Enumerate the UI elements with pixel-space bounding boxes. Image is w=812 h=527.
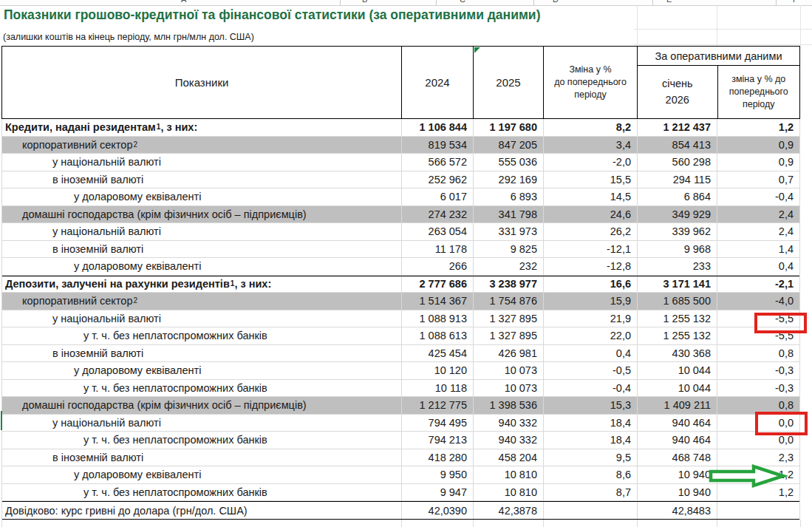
row-label-cell[interactable]: корпоративний сектор2 [2,137,401,154]
value-cell[interactable]: 10 073 [473,362,543,379]
value-cell[interactable]: 24,6 [543,206,637,223]
header-jan-change-pct[interactable]: зміна у % до попереднього періоду [717,66,800,118]
value-cell[interactable]: 418 280 [401,449,473,466]
value-cell[interactable]: 1 255 132 [637,327,717,344]
value-cell[interactable]: 3 238 977 [473,276,543,293]
value-cell[interactable]: 2 777 686 [401,276,473,293]
value-cell[interactable]: 1 255 132 [637,310,717,327]
value-cell[interactable]: 21,9 [543,310,637,327]
value-cell[interactable]: 8,7 [543,484,637,501]
column-letter[interactable]: B [362,0,367,4]
value-cell[interactable]: 10 073 [473,380,543,397]
row-label-cell[interactable]: у доларовому еквіваленті [2,466,401,483]
value-cell[interactable]: 266 [401,258,473,275]
value-cell[interactable]: 252 962 [401,171,473,188]
value-cell[interactable]: 42,0390 [401,502,473,519]
value-cell[interactable]: 42,3878 [473,502,543,519]
value-cell[interactable]: 854 413 [637,137,717,154]
header-2024[interactable]: 2024 [401,47,473,118]
value-cell[interactable]: 1 088 613 [401,327,473,344]
value-cell[interactable]: -0,3 [717,362,799,379]
value-cell[interactable]: 232 [473,258,543,275]
value-cell[interactable]: 15,5 [543,171,637,188]
value-cell[interactable]: -12,1 [543,241,637,258]
row-label-cell[interactable]: у національній валюті [2,223,401,240]
value-cell[interactable]: 9,5 [543,449,637,466]
value-cell[interactable]: 16,6 [543,276,637,293]
value-cell[interactable]: 940 464 [637,415,717,432]
row-label-cell[interactable]: в іноземній валюті [2,241,401,258]
value-cell[interactable]: 10 940 [637,484,717,501]
row-label-cell[interactable]: у т. ч. без неплатоспроможних банків [2,380,401,397]
value-cell[interactable]: -0,3 [717,380,799,397]
row-label-cell[interactable]: у т. ч. без неплатоспроможних банків [2,484,401,501]
value-cell[interactable]: 9 968 [637,241,717,258]
value-cell[interactable]: 1 685 500 [637,293,717,310]
row-label-cell[interactable]: у національній валюті [2,310,401,327]
row-label-cell[interactable]: домашні господарства (крім фізичних осіб… [2,206,401,223]
value-cell[interactable]: 26,2 [543,223,637,240]
value-cell[interactable]: 794 495 [401,415,473,432]
value-cell[interactable]: 292 169 [473,171,543,188]
value-cell[interactable]: 0,4 [543,345,637,362]
row-label-cell[interactable]: у т. ч. без неплатоспроможних банків [2,327,401,344]
value-cell[interactable]: 1 409 211 [637,397,717,414]
value-cell[interactable]: 8,2 [543,119,637,136]
value-cell[interactable]: 1 212 437 [637,119,717,136]
value-cell[interactable]: 458 204 [473,449,543,466]
row-label-cell[interactable]: у національній валюті [2,415,401,432]
row-label-cell[interactable]: Кредити, надані резидентам1, з них: [2,119,401,136]
value-cell[interactable]: 10 044 [637,380,717,397]
value-cell[interactable]: 22,0 [543,327,637,344]
value-cell[interactable]: 0,7 [717,171,799,188]
value-cell[interactable]: 10 940 [637,466,717,483]
value-cell[interactable]: 10 810 [473,484,543,501]
value-cell[interactable]: 10 810 [473,466,543,483]
row-label-cell[interactable]: в іноземній валюті [2,449,401,466]
value-cell[interactable]: 430 368 [637,345,717,362]
row-label-cell[interactable]: Депозити, залучені на рахунки резидентів… [2,276,401,293]
row-label-cell[interactable]: в іноземній валюті [2,171,401,188]
value-cell[interactable]: 560 298 [637,154,717,171]
value-cell[interactable]: 8,6 [543,466,637,483]
value-cell[interactable]: 425 454 [401,345,473,362]
value-cell[interactable]: 426 981 [473,345,543,362]
value-cell[interactable]: 274 232 [401,206,473,223]
value-cell[interactable]: 1 327 895 [473,310,543,327]
column-letter[interactable]: C [460,0,465,4]
value-cell[interactable]: 1,4 [717,241,799,258]
value-cell[interactable]: 14,5 [543,188,637,205]
value-cell[interactable]: 819 534 [401,137,473,154]
header-change-pct[interactable]: Зміна у % до попереднього періоду [543,47,637,118]
row-label-cell[interactable]: в іноземній валюті [2,345,401,362]
row-label-cell[interactable]: у доларовому еквіваленті [2,362,401,379]
header-indicators[interactable]: Показники [2,47,401,118]
value-cell[interactable]: 1,2 [717,119,799,136]
value-cell[interactable]: 341 798 [473,206,543,223]
value-cell[interactable]: 555 036 [473,154,543,171]
value-cell[interactable]: 11 178 [401,241,473,258]
value-cell[interactable]: 9 950 [401,466,473,483]
value-cell[interactable]: 794 213 [401,432,473,449]
value-cell[interactable]: 10 044 [637,362,717,379]
value-cell[interactable]: 0,9 [717,154,799,171]
value-cell[interactable]: 940 464 [637,432,717,449]
column-letter[interactable]: F [793,0,798,4]
value-cell[interactable]: 42,8483 [637,502,717,519]
value-cell[interactable]: -2,1 [717,276,799,293]
value-cell[interactable]: 1 088 913 [401,310,473,327]
sheet-title[interactable]: Показники грошово-кредитної та фінансово… [4,7,540,23]
value-cell[interactable]: -4,0 [717,293,799,310]
value-cell[interactable]: 9 947 [401,484,473,501]
header-2025[interactable]: 2025 [473,47,543,118]
value-cell[interactable]: 468 748 [637,449,717,466]
value-cell[interactable]: 263 054 [401,223,473,240]
header-operative-data[interactable]: За оперативними даними [638,47,799,66]
value-cell[interactable]: 9 825 [473,241,543,258]
value-cell[interactable]: 3,4 [543,137,637,154]
sheet-subtitle[interactable]: (залишки коштів на кінець періоду, млн г… [3,32,254,42]
row-label-cell[interactable]: Довідково: курс гривні до долара (грн/до… [2,502,401,519]
value-cell[interactable]: 1 106 844 [401,119,473,136]
row-label-cell[interactable]: у національній валюті [2,154,401,171]
value-cell[interactable]: 6 893 [473,188,543,205]
